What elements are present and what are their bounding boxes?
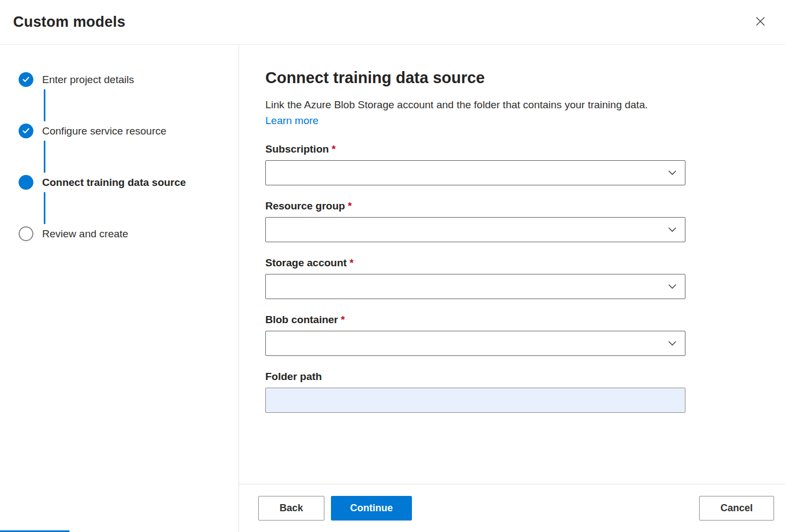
step-review-and-create[interactable]: Review and create	[19, 226, 239, 241]
form-content: Connect training data source Link the Az…	[239, 45, 785, 484]
required-asterisk: *	[341, 314, 345, 325]
close-button[interactable]	[752, 13, 769, 31]
continue-button[interactable]: Continue	[331, 496, 412, 521]
wizard-stepper: Enter project details Configure service …	[0, 45, 239, 532]
resource-group-dropdown[interactable]	[265, 217, 685, 242]
dialog-body: Enter project details Configure service …	[0, 45, 785, 532]
field-folder-path: Folder path	[265, 371, 685, 413]
step-connector	[44, 89, 45, 121]
page-title: Connect training data source	[265, 69, 759, 87]
dialog-footer: Back Continue Cancel	[239, 484, 785, 532]
chevron-down-icon	[668, 225, 677, 235]
step-upcoming-icon	[19, 226, 33, 241]
blob-container-label: Blob container*	[265, 314, 685, 326]
required-asterisk: *	[350, 257, 353, 268]
step-label: Review and create	[42, 228, 128, 240]
chevron-down-icon	[668, 338, 677, 348]
field-subscription: Subscription*	[265, 143, 685, 185]
step-label: Enter project details	[42, 74, 134, 86]
step-connect-training-data-source[interactable]: Connect training data source	[19, 175, 239, 190]
main-panel: Connect training data source Link the Az…	[239, 45, 785, 532]
storage-account-dropdown[interactable]	[265, 274, 685, 299]
learn-more-link[interactable]: Learn more	[265, 115, 318, 126]
required-asterisk: *	[348, 200, 352, 212]
custom-models-dialog: Custom models Enter project details Conf…	[0, 0, 785, 532]
dialog-header: Custom models	[0, 0, 785, 45]
folder-path-input[interactable]	[265, 388, 685, 413]
step-configure-service-resource[interactable]: Configure service resource	[19, 124, 239, 138]
field-storage-account: Storage account*	[265, 257, 685, 299]
field-blob-container: Blob container*	[265, 314, 685, 356]
step-label: Configure service resource	[42, 125, 166, 137]
back-button[interactable]: Back	[258, 496, 324, 521]
cancel-button[interactable]: Cancel	[699, 496, 774, 521]
storage-account-label: Storage account*	[265, 257, 685, 269]
step-complete-icon	[19, 72, 33, 87]
step-connector	[44, 192, 45, 224]
close-icon	[755, 16, 765, 28]
dialog-title: Custom models	[13, 14, 125, 31]
subscription-label: Subscription*	[265, 143, 685, 155]
chevron-down-icon	[668, 282, 677, 291]
step-complete-icon	[19, 124, 33, 138]
field-resource-group: Resource group*	[265, 200, 685, 242]
required-asterisk: *	[332, 143, 335, 155]
page-description: Link the Azure Blob Storage account and …	[265, 97, 673, 128]
step-current-icon	[19, 175, 33, 190]
step-label: Connect training data source	[42, 177, 186, 189]
description-text: Link the Azure Blob Storage account and …	[265, 99, 648, 110]
step-enter-project-details[interactable]: Enter project details	[19, 72, 239, 87]
subscription-dropdown[interactable]	[265, 160, 685, 185]
folder-path-label: Folder path	[265, 371, 685, 383]
blob-container-dropdown[interactable]	[265, 331, 685, 356]
step-connector	[44, 141, 45, 173]
resource-group-label: Resource group*	[265, 200, 685, 212]
chevron-down-icon	[668, 168, 677, 178]
